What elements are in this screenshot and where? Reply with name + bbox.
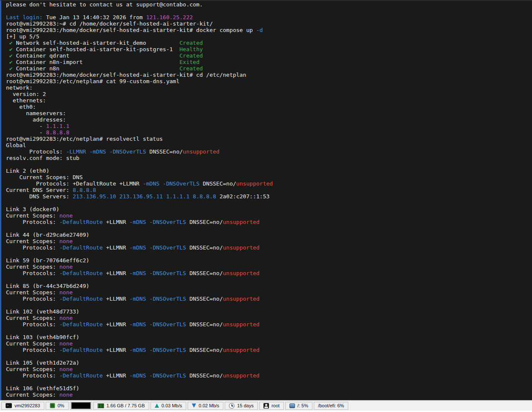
terminal-text [6, 59, 9, 65]
terminal-text: Network self-hosted-ai-starter-kit_demo [13, 40, 179, 46]
terminal-text: +LLMNR [103, 244, 130, 251]
terminal-text: please don't hesitate to contact us at s… [6, 1, 203, 8]
statusbar-user: root [259, 402, 284, 410]
terminal-text: Protocols: [6, 347, 59, 353]
terminal-text-blue: -mDNS -DNSOverTLS [130, 244, 186, 251]
terminal-line: root@vmi2992283:/home/docker/self-hosted… [6, 27, 532, 33]
terminal-text-blue: 213.136.95.10 213.136.95.11 1.1.1.1 8.8.… [73, 193, 217, 200]
terminal-text: Current DNS Server: [6, 187, 73, 193]
terminal-text: Link 59 (br-707646eff6c2) [6, 257, 90, 264]
terminal-text: +LLMNR [103, 347, 130, 353]
statusbar-host: vmi2992283 [1, 402, 44, 410]
terminal-text-blue: -mDNS -DNSOverTLS [130, 219, 186, 225]
terminal-text-magenta: none [59, 212, 72, 219]
terminal-text: addresses: [6, 116, 66, 123]
terminal-text: Link 103 (veth4b90fcf) [6, 334, 79, 340]
terminal-line [6, 251, 532, 257]
terminal-line: Link 105 (veth1d2e72a) [6, 360, 532, 366]
terminal-text-blue: -DefaultRoute [59, 296, 103, 302]
terminal-line [6, 328, 532, 334]
terminal-text-magenta: none [59, 238, 72, 244]
terminal-text: Current Scopes: [6, 315, 59, 321]
terminal-text-blue: -d [256, 27, 263, 33]
terminal-text: root@vmi2992283:/home/docker/self-hosted… [6, 72, 246, 78]
terminal-text: eth0: [6, 104, 36, 110]
cpu-graph [71, 402, 91, 409]
terminal-line: Protocols: -LLMNR -mDNS -DNSOverTLS DNSS… [6, 148, 532, 155]
terminal-line [6, 225, 532, 232]
terminal-text: DNSSEC=no/ [186, 372, 223, 379]
terminal-text: resolv.conf mode: stub [6, 155, 79, 161]
terminal-text: DNS Servers: [6, 193, 73, 200]
terminal-line: Current Scopes: none [6, 366, 532, 372]
terminal-output[interactable]: please don't hesitate to contact us at s… [0, 0, 532, 400]
download-icon [192, 403, 196, 408]
terminal-text-blue: -mDNS -DNSOverTLS [130, 321, 186, 328]
terminal-line: Link 102 (veth48d7733) [6, 308, 532, 315]
cpu-icon [50, 403, 55, 408]
terminal-line: Current Scopes: none [6, 212, 532, 219]
terminal-text: DNSSEC=no/ [200, 180, 236, 187]
terminal-line: addresses: [6, 116, 532, 123]
terminal-text: root@vmi2992283:/etc/netplan# cat 99-cus… [6, 78, 179, 84]
terminal-text: Container n8n-import [13, 59, 179, 65]
terminal-text-magenta: none [59, 264, 72, 270]
terminal-line: Link 3 (docker0) [6, 206, 532, 212]
terminal-text-blue: -DefaultRoute [59, 219, 103, 225]
terminal-text: version: 2 [6, 91, 46, 97]
terminal-text [6, 52, 9, 59]
terminal-text-green: Created [179, 40, 203, 46]
terminal-text: Current Scopes: [6, 238, 59, 244]
terminal-line: version: 2 [6, 91, 532, 97]
terminal-text: root@vmi2992283:/etc/netplan# resolvectl… [6, 136, 163, 142]
statusbar-upload: 0.03 Mb/s [150, 402, 186, 410]
terminal-text: +LLMNR [103, 321, 130, 328]
terminal-text-magenta: 121.160.25.222 [146, 14, 193, 20]
terminal-text: root@vmi2992283:/home/docker/self-hosted… [6, 27, 256, 33]
terminal-text-red: unsupported [223, 347, 260, 353]
terminal-text-green: Exited [179, 59, 200, 65]
terminal-text-blue: 8.8.8.8 [73, 187, 96, 193]
terminal-text: Link 102 (veth48d7733) [6, 308, 79, 315]
terminal-text: Protocols: [6, 219, 59, 225]
terminal-text [6, 40, 9, 46]
terminal-text-blue: -mDNS -DNSOverTLS [130, 372, 186, 379]
terminal-text-blue: -DefaultRoute [59, 244, 103, 251]
terminal-line: root@vmi2992283:/etc/netplan# cat 99-cus… [6, 78, 532, 84]
terminal-text: 2a02:c207::1:53 [216, 193, 269, 200]
terminal-line [6, 276, 532, 283]
terminal-line: resolv.conf mode: stub [6, 155, 532, 161]
terminal-text: - [6, 123, 46, 129]
terminal-text-green: ✔ [9, 40, 13, 46]
terminal-text: Current Scopes: [6, 212, 59, 219]
terminal-text-blue: -mDNS -DNSOverTLS [143, 180, 200, 187]
statusbar-disk-root: /: 5% [285, 402, 312, 410]
terminal-text: Link 85 (br-44c347b6d249) [6, 283, 90, 289]
terminal-text: Current Scopes: [6, 392, 59, 398]
terminal-line: root@vmi2992283:~# cd /home/docker/self-… [6, 20, 532, 27]
terminal-text: Current Scopes: [6, 366, 59, 372]
terminal-line: root@vmi2992283:/home/docker/self-hosted… [6, 72, 532, 78]
terminal-text: Tue Jan 13 14:40:32 2026 from [43, 14, 146, 20]
statusbar-label: 1.66 GB / 7.75 GB [107, 403, 145, 408]
clock-icon [229, 403, 234, 409]
terminal-line [6, 302, 532, 308]
terminal-line: Protocols: -DefaultRoute +LLMNR -mDNS -D… [6, 270, 532, 276]
terminal-text-magenta: none [59, 340, 72, 347]
terminal-text: DNSSEC=no/ [186, 270, 223, 276]
terminal-line [6, 161, 532, 168]
memory-icon [98, 403, 104, 408]
terminal-text-red: unsupported [223, 219, 260, 225]
terminal-text-green: Created [179, 52, 203, 59]
terminal-text: DNSSEC=no/ [186, 219, 223, 225]
terminal-text-magenta: none [59, 315, 72, 321]
terminal-line: Link 85 (br-44c347b6d249) [6, 283, 532, 289]
statusbar-label: /boot/efi: 6% [318, 403, 344, 408]
terminal-text: Current Scopes: DNS [6, 174, 83, 180]
terminal-text: Current Scopes: [6, 340, 59, 347]
terminal-line: please don't hesitate to contact us at s… [6, 1, 532, 8]
statusbar-label: 15 days [237, 403, 254, 408]
terminal-text: Container qdrant [13, 52, 179, 59]
upload-icon [155, 403, 159, 408]
terminal-text: Protocols: [6, 270, 59, 276]
